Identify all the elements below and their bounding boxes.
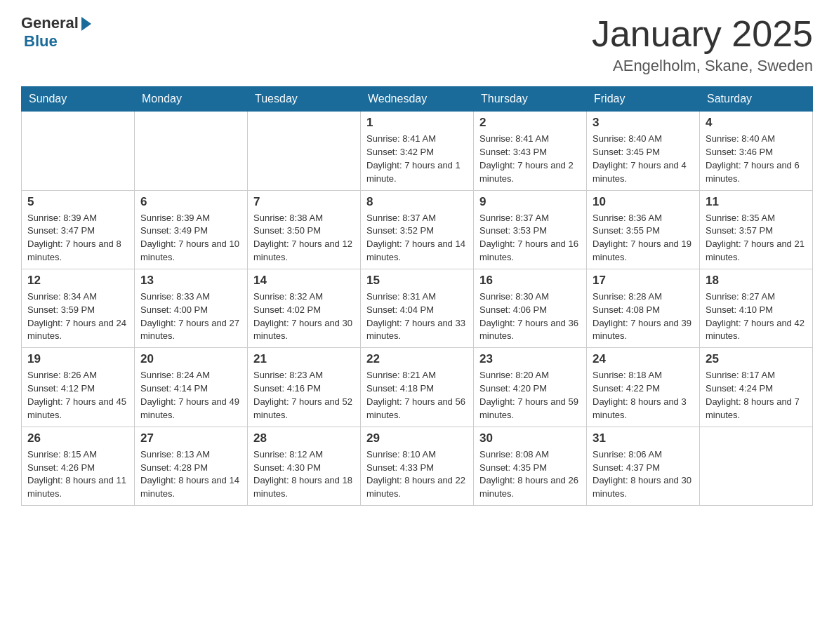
- day-info: Sunrise: 8:23 AMSunset: 4:16 PMDaylight:…: [253, 369, 355, 422]
- day-info: Sunrise: 8:15 AMSunset: 4:26 PMDaylight:…: [27, 448, 128, 501]
- col-header-wednesday: Wednesday: [361, 87, 474, 112]
- day-number: 17: [593, 274, 694, 288]
- day-info: Sunrise: 8:12 AMSunset: 4:30 PMDaylight:…: [253, 448, 355, 501]
- day-info: Sunrise: 8:21 AMSunset: 4:18 PMDaylight:…: [366, 369, 468, 422]
- day-number: 28: [253, 431, 355, 445]
- day-number: 27: [140, 431, 241, 445]
- calendar-cell-4-1: 27Sunrise: 8:13 AMSunset: 4:28 PMDayligh…: [135, 427, 248, 505]
- day-info: Sunrise: 8:38 AMSunset: 3:50 PMDaylight:…: [253, 212, 355, 264]
- day-number: 7: [253, 195, 355, 209]
- day-info: Sunrise: 8:28 AMSunset: 4:08 PMDaylight:…: [593, 290, 694, 343]
- week-row-1: 1Sunrise: 8:41 AMSunset: 3:42 PMDaylight…: [22, 112, 813, 190]
- col-header-tuesday: Tuesday: [248, 87, 361, 112]
- day-number: 31: [593, 431, 694, 445]
- day-info: Sunrise: 8:27 AMSunset: 4:10 PMDaylight:…: [706, 290, 807, 343]
- day-info: Sunrise: 8:41 AMSunset: 3:42 PMDaylight:…: [366, 133, 468, 185]
- day-info: Sunrise: 8:31 AMSunset: 4:04 PMDaylight:…: [366, 290, 468, 343]
- day-number: 13: [140, 274, 241, 288]
- calendar-cell-1-6: 11Sunrise: 8:35 AMSunset: 3:57 PMDayligh…: [700, 190, 813, 269]
- calendar-cell-1-3: 8Sunrise: 8:37 AMSunset: 3:52 PMDaylight…: [361, 190, 474, 269]
- calendar-cell-0-4: 2Sunrise: 8:41 AMSunset: 3:43 PMDaylight…: [474, 112, 587, 190]
- calendar-cell-4-5: 31Sunrise: 8:06 AMSunset: 4:37 PMDayligh…: [587, 427, 700, 505]
- page-title: January 2025: [592, 14, 813, 54]
- day-number: 20: [140, 352, 241, 366]
- day-info: Sunrise: 8:13 AMSunset: 4:28 PMDaylight:…: [140, 448, 241, 501]
- calendar-cell-2-0: 12Sunrise: 8:34 AMSunset: 3:59 PMDayligh…: [22, 269, 135, 347]
- day-number: 21: [253, 352, 355, 366]
- calendar-cell-2-3: 15Sunrise: 8:31 AMSunset: 4:04 PMDayligh…: [361, 269, 474, 347]
- calendar-cell-4-0: 26Sunrise: 8:15 AMSunset: 4:26 PMDayligh…: [22, 427, 135, 505]
- day-info: Sunrise: 8:10 AMSunset: 4:33 PMDaylight:…: [366, 448, 468, 501]
- day-info: Sunrise: 8:37 AMSunset: 3:52 PMDaylight:…: [366, 212, 468, 264]
- day-number: 23: [479, 352, 581, 366]
- col-header-thursday: Thursday: [474, 87, 587, 112]
- day-info: Sunrise: 8:30 AMSunset: 4:06 PMDaylight:…: [479, 290, 581, 343]
- calendar-cell-3-4: 23Sunrise: 8:20 AMSunset: 4:20 PMDayligh…: [474, 348, 587, 427]
- day-info: Sunrise: 8:24 AMSunset: 4:14 PMDaylight:…: [140, 369, 241, 422]
- day-number: 6: [140, 195, 241, 209]
- calendar-cell-0-0: [22, 112, 135, 190]
- day-number: 11: [706, 195, 807, 209]
- week-row-3: 12Sunrise: 8:34 AMSunset: 3:59 PMDayligh…: [22, 269, 813, 347]
- day-number: 8: [366, 195, 468, 209]
- calendar-cell-3-6: 25Sunrise: 8:17 AMSunset: 4:24 PMDayligh…: [700, 348, 813, 427]
- week-row-4: 19Sunrise: 8:26 AMSunset: 4:12 PMDayligh…: [22, 348, 813, 427]
- calendar-cell-0-2: [248, 112, 361, 190]
- day-number: 22: [366, 352, 468, 366]
- calendar-cell-3-2: 21Sunrise: 8:23 AMSunset: 4:16 PMDayligh…: [248, 348, 361, 427]
- calendar-cell-1-4: 9Sunrise: 8:37 AMSunset: 3:53 PMDaylight…: [474, 190, 587, 269]
- logo-arrow-icon: [81, 17, 91, 31]
- day-number: 29: [366, 431, 468, 445]
- calendar-header-row: Sunday Monday Tuesday Wednesday Thursday…: [22, 87, 813, 112]
- day-number: 14: [253, 274, 355, 288]
- day-info: Sunrise: 8:20 AMSunset: 4:20 PMDaylight:…: [479, 369, 581, 422]
- page-header: General Blue January 2025 AEngelholm, Sk…: [21, 14, 813, 75]
- calendar-cell-0-5: 3Sunrise: 8:40 AMSunset: 3:45 PMDaylight…: [587, 112, 700, 190]
- calendar-cell-0-1: [135, 112, 248, 190]
- calendar-cell-2-1: 13Sunrise: 8:33 AMSunset: 4:00 PMDayligh…: [135, 269, 248, 347]
- col-header-saturday: Saturday: [700, 87, 813, 112]
- calendar-cell-1-5: 10Sunrise: 8:36 AMSunset: 3:55 PMDayligh…: [587, 190, 700, 269]
- calendar-cell-3-0: 19Sunrise: 8:26 AMSunset: 4:12 PMDayligh…: [22, 348, 135, 427]
- week-row-5: 26Sunrise: 8:15 AMSunset: 4:26 PMDayligh…: [22, 427, 813, 505]
- day-info: Sunrise: 8:39 AMSunset: 3:47 PMDaylight:…: [27, 212, 128, 264]
- calendar-cell-3-3: 22Sunrise: 8:21 AMSunset: 4:18 PMDayligh…: [361, 348, 474, 427]
- day-number: 10: [593, 195, 694, 209]
- day-info: Sunrise: 8:40 AMSunset: 3:46 PMDaylight:…: [706, 133, 807, 185]
- day-number: 16: [479, 274, 581, 288]
- day-info: Sunrise: 8:08 AMSunset: 4:35 PMDaylight:…: [479, 448, 581, 501]
- day-number: 2: [479, 116, 581, 130]
- logo-blue-text: Blue: [24, 32, 91, 51]
- day-number: 18: [706, 274, 807, 288]
- calendar-cell-0-6: 4Sunrise: 8:40 AMSunset: 3:46 PMDaylight…: [700, 112, 813, 190]
- calendar-cell-0-3: 1Sunrise: 8:41 AMSunset: 3:42 PMDaylight…: [361, 112, 474, 190]
- calendar-cell-2-2: 14Sunrise: 8:32 AMSunset: 4:02 PMDayligh…: [248, 269, 361, 347]
- day-info: Sunrise: 8:41 AMSunset: 3:43 PMDaylight:…: [479, 133, 581, 185]
- day-info: Sunrise: 8:33 AMSunset: 4:00 PMDaylight:…: [140, 290, 241, 343]
- day-info: Sunrise: 8:37 AMSunset: 3:53 PMDaylight:…: [479, 212, 581, 264]
- day-number: 24: [593, 352, 694, 366]
- col-header-monday: Monday: [135, 87, 248, 112]
- page-subtitle: AEngelholm, Skane, Sweden: [592, 57, 813, 75]
- day-info: Sunrise: 8:36 AMSunset: 3:55 PMDaylight:…: [593, 212, 694, 264]
- calendar-table: Sunday Monday Tuesday Wednesday Thursday…: [21, 86, 813, 506]
- day-number: 5: [27, 195, 128, 209]
- day-info: Sunrise: 8:06 AMSunset: 4:37 PMDaylight:…: [593, 448, 694, 501]
- day-number: 4: [706, 116, 807, 130]
- day-info: Sunrise: 8:34 AMSunset: 3:59 PMDaylight:…: [27, 290, 128, 343]
- day-number: 26: [27, 431, 128, 445]
- calendar-cell-1-1: 6Sunrise: 8:39 AMSunset: 3:49 PMDaylight…: [135, 190, 248, 269]
- day-info: Sunrise: 8:17 AMSunset: 4:24 PMDaylight:…: [706, 369, 807, 422]
- calendar-cell-2-6: 18Sunrise: 8:27 AMSunset: 4:10 PMDayligh…: [700, 269, 813, 347]
- day-number: 9: [479, 195, 581, 209]
- day-number: 1: [366, 116, 468, 130]
- day-info: Sunrise: 8:39 AMSunset: 3:49 PMDaylight:…: [140, 212, 241, 264]
- day-number: 25: [706, 352, 807, 366]
- calendar-cell-4-6: [700, 427, 813, 505]
- calendar-cell-2-4: 16Sunrise: 8:30 AMSunset: 4:06 PMDayligh…: [474, 269, 587, 347]
- day-number: 30: [479, 431, 581, 445]
- col-header-friday: Friday: [587, 87, 700, 112]
- day-info: Sunrise: 8:40 AMSunset: 3:45 PMDaylight:…: [593, 133, 694, 185]
- week-row-2: 5Sunrise: 8:39 AMSunset: 3:47 PMDaylight…: [22, 190, 813, 269]
- calendar-cell-3-1: 20Sunrise: 8:24 AMSunset: 4:14 PMDayligh…: [135, 348, 248, 427]
